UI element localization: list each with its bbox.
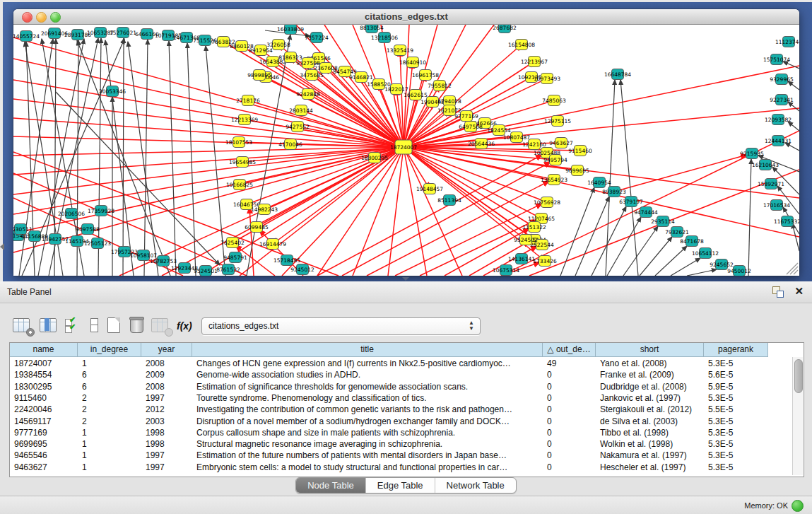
graph-node[interactable]: 2718176: [236, 95, 260, 106]
function-builder-button[interactable]: f(x): [177, 317, 196, 335]
graph-node[interactable]: 12213369: [231, 115, 258, 125]
graph-edge[interactable]: [687, 269, 717, 276]
graph-node[interactable]: 12505123: [84, 238, 111, 249]
graph-node[interactable]: 2935114: [651, 216, 675, 227]
graph-node[interactable]: 12975115: [544, 116, 571, 127]
tab-edge-table[interactable]: Edge Table: [366, 478, 435, 493]
graph-node[interactable]: 20206506: [58, 209, 85, 219]
scrollbar-thumb[interactable]: [794, 359, 803, 393]
graph-edge[interactable]: [620, 80, 638, 276]
new-column-button[interactable]: [106, 317, 126, 335]
graph-node[interactable]: 9215935: [740, 148, 764, 159]
table-row[interactable]: 2242004622012Investigating the contribut…: [10, 404, 791, 415]
memory-status-indicator[interactable]: [792, 500, 804, 512]
graph-edge[interactable]: [13, 37, 404, 147]
graph-node[interactable]: 9524501: [194, 266, 218, 276]
graph-edge[interactable]: [655, 246, 687, 276]
graph-node[interactable]: 12093582: [765, 115, 792, 125]
graph-node[interactable]: 9463627: [549, 138, 573, 148]
citation-graph[interactable]: 1405572420691406289317861065328715276021…: [13, 25, 799, 276]
graph-node[interactable]: 8938923: [602, 187, 626, 197]
graph-node[interactable]: 10675314: [493, 265, 519, 276]
graph-node[interactable]: 13218506: [371, 33, 398, 43]
graph-edge[interactable]: [13, 99, 404, 147]
graph-node[interactable]: 1733426: [533, 256, 557, 267]
show-columns-button[interactable]: [40, 317, 59, 335]
graph-edge[interactable]: [169, 41, 176, 276]
graph-node[interactable]: 13325419: [387, 45, 413, 56]
graph-node[interactable]: 8471678: [680, 236, 704, 247]
column-header-out_de[interactable]: △ out_de…: [543, 343, 596, 357]
column-header-short[interactable]: short: [596, 343, 704, 357]
graph-node[interactable]: 19148457: [416, 184, 443, 194]
table-scrollbar[interactable]: [792, 357, 803, 475]
graph-node[interactable]: 11675332: [774, 216, 799, 227]
graph-node[interactable]: 14982243: [251, 204, 278, 215]
graph-edge[interactable]: [560, 187, 594, 276]
graph-node[interactable]: 18640910: [399, 57, 426, 68]
graph-node[interactable]: 16961758: [412, 70, 439, 81]
graph-edge[interactable]: [404, 147, 541, 218]
graph-node[interactable]: 6497568: [459, 122, 483, 132]
table-row[interactable]: 1872400712008Changes of HCN gene express…: [10, 358, 791, 369]
graph-node[interactable]: 18107553: [225, 137, 252, 148]
graph-edge[interactable]: [575, 197, 609, 276]
graph-node[interactable]: 16648784: [604, 69, 631, 80]
window-titlebar[interactable]: citations_edges.txt: [13, 9, 799, 25]
graph-edge[interactable]: [13, 118, 404, 147]
graph-node[interactable]: 9097588: [76, 224, 100, 235]
table-row[interactable]: 946554611997Estimation of the future num…: [10, 450, 791, 461]
close-panel-icon[interactable]: ✕: [794, 285, 804, 298]
column-header-pagerank[interactable]: pagerank: [704, 343, 768, 357]
graph-node[interactable]: 9115460: [568, 146, 592, 156]
table-rows-button[interactable]: [86, 317, 106, 335]
tab-network-table[interactable]: Network Table: [435, 478, 516, 493]
graph-node[interactable]: 14055724: [13, 31, 40, 42]
graph-edge[interactable]: [606, 80, 615, 276]
graph-edge[interactable]: [404, 66, 799, 147]
graph-node[interactable]: 12213967: [521, 57, 548, 67]
graph-node[interactable]: 9699695: [565, 165, 589, 176]
table-selector-dropdown[interactable]: citations_edges.txt ▲▼: [201, 317, 481, 335]
graph-edge[interactable]: [13, 147, 404, 214]
graph-node[interactable]: 8511394: [437, 195, 461, 206]
graph-node[interactable]: 15276021: [110, 28, 136, 38]
graph-node[interactable]: 15718485: [273, 255, 300, 266]
graph-node[interactable]: 7932621: [665, 227, 689, 238]
graph-edge[interactable]: [614, 155, 747, 192]
resize-grip-icon[interactable]: [787, 263, 798, 274]
column-header-year[interactable]: year: [141, 343, 192, 357]
graph-node[interactable]: 17359928: [88, 206, 114, 216]
graph-node[interactable]: 6379197: [619, 197, 643, 207]
graph-node[interactable]: 16033809: [277, 25, 304, 35]
network-canvas[interactable]: 1405572420691406289317861065328715276021…: [13, 25, 799, 276]
graph-node[interactable]: 11123744: [775, 37, 799, 47]
graph-node[interactable]: 9485791: [223, 252, 247, 263]
graph-node[interactable]: 20564436: [468, 139, 495, 149]
graph-node[interactable]: 17016534: [763, 200, 790, 211]
graph-node[interactable]: 8761532: [216, 264, 240, 275]
graph-node[interactable]: 15892971: [758, 179, 784, 189]
graph-edge[interactable]: [301, 110, 404, 147]
graph-node[interactable]: 7857224: [305, 33, 329, 43]
table-row[interactable]: 946362711997Embryonic stem cells: a mode…: [10, 462, 791, 473]
graph-node[interactable]: 16210643: [752, 160, 779, 170]
graph-node[interactable]: 14136141: [508, 254, 535, 264]
table-row[interactable]: 1938455462009Genome-wide association stu…: [10, 369, 791, 380]
graph-node[interactable]: 9450012: [727, 266, 751, 276]
graph-edge[interactable]: [623, 226, 658, 276]
column-header-title[interactable]: title: [192, 343, 543, 357]
graph-node[interactable]: 10654112: [692, 248, 719, 259]
graph-edge[interactable]: [788, 122, 799, 131]
table-row[interactable]: 1456911722003Disruption of a novel membe…: [10, 416, 791, 427]
graph-edge[interactable]: [788, 81, 799, 90]
table-row[interactable]: 911546021997Tourette syndrome. Phenomeno…: [10, 392, 791, 404]
tab-node-table[interactable]: Node Table: [296, 478, 366, 493]
graph-edge[interactable]: [640, 237, 672, 276]
delete-column-button[interactable]: [129, 317, 148, 335]
table-row[interactable]: 1830029562008Estimation of significance …: [10, 381, 791, 392]
graph-node[interactable]: 9245012: [290, 264, 314, 275]
graph-edge[interactable]: [748, 159, 751, 276]
graph-edge[interactable]: [671, 258, 700, 276]
graph-node[interactable]: 6099485: [245, 222, 269, 233]
